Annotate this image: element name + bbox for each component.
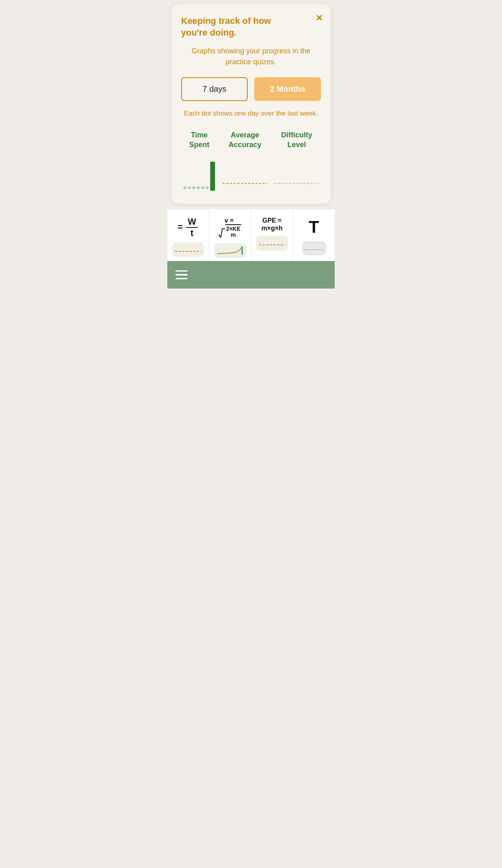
dot-3 xyxy=(192,186,195,189)
formula-3: GPE = m×g×h xyxy=(255,217,290,232)
time-range-toggle: 7 days 2 Months xyxy=(181,77,321,101)
accuracy-chart xyxy=(221,158,269,191)
mini-graph-3 xyxy=(256,236,288,251)
accuracy-label: AverageAccuracy xyxy=(228,130,261,150)
close-button[interactable]: × xyxy=(316,12,323,23)
time-spent-chart xyxy=(181,158,217,191)
mini-graph-svg-1 xyxy=(174,244,202,255)
sqrt-icon xyxy=(219,228,225,238)
charts-row: TimeSpent AverageAccuracy xyxy=(181,130,321,191)
formula-card-3: GPE = m×g×h xyxy=(251,209,293,261)
hamburger-line-1 xyxy=(175,270,188,272)
formula-2: v = 2×KEm xyxy=(213,217,248,239)
7-days-button[interactable]: 7 days xyxy=(181,77,248,101)
2-months-button[interactable]: 2 Months xyxy=(254,77,321,101)
dot-6 xyxy=(206,186,209,189)
modal-title: Keeping track of how you're doing. xyxy=(181,15,293,38)
formula-card-4: T xyxy=(293,209,335,261)
progress-modal: × Keeping track of how you're doing. Gra… xyxy=(171,4,331,204)
time-spent-label: TimeSpent xyxy=(189,130,209,150)
time-spent-chart-col: TimeSpent xyxy=(181,130,217,191)
mini-graph-1 xyxy=(172,242,204,257)
formula-1: = Wt xyxy=(178,217,199,239)
dot-2 xyxy=(188,186,191,189)
hint-text: Each dot shows one day over the last wee… xyxy=(181,108,321,119)
dot-1 xyxy=(184,186,186,189)
mini-graph-svg-2 xyxy=(216,245,244,256)
dot-4 xyxy=(197,186,200,189)
difficulty-chart-col: DifficultyLevel xyxy=(272,130,321,191)
hamburger-line-3 xyxy=(175,278,188,280)
accuracy-chart-col: AverageAccuracy xyxy=(221,130,269,191)
bottom-nav xyxy=(167,261,335,289)
modal-subtitle: Graphs showing your progress in the prac… xyxy=(181,46,321,67)
mini-graph-4 xyxy=(302,241,326,255)
difficulty-label: DifficultyLevel xyxy=(281,130,312,150)
mini-graph-svg-4 xyxy=(303,242,325,254)
formula-card-2: v = 2×KEm xyxy=(209,209,251,261)
formula-4: T xyxy=(309,217,319,237)
time-bar xyxy=(210,162,215,191)
accuracy-svg xyxy=(221,171,269,191)
hamburger-line-2 xyxy=(175,274,188,276)
formula-cards-row: = Wt v = 2×KEm GP xyxy=(167,209,335,261)
mini-graph-2 xyxy=(214,243,246,258)
dot-5 xyxy=(201,186,204,189)
mini-graph-svg-3 xyxy=(258,238,286,249)
formula-card-1: = Wt xyxy=(167,209,209,261)
difficulty-svg xyxy=(272,171,321,191)
hamburger-menu[interactable] xyxy=(175,270,188,280)
difficulty-chart xyxy=(272,158,321,191)
